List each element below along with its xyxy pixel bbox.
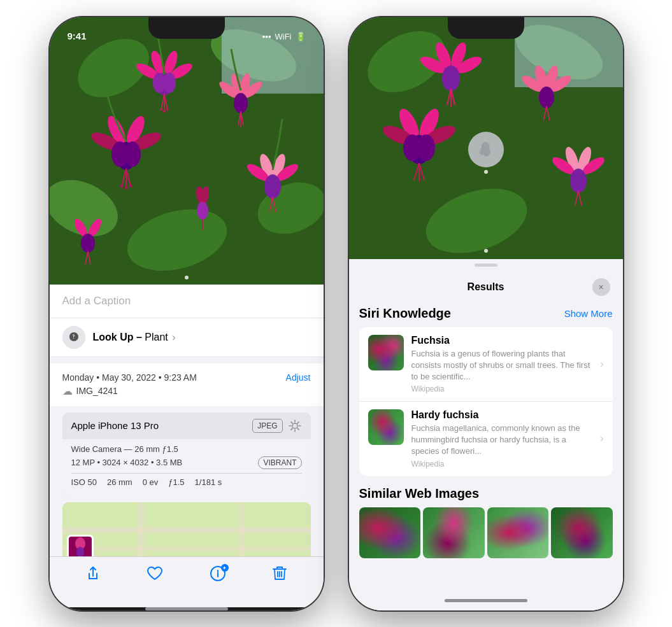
flower-photo (50, 17, 324, 285)
home-indicator (50, 607, 324, 610)
svg-rect-59 (62, 528, 311, 533)
lookup-dot (484, 170, 488, 174)
camera-row: Apple iPhone 13 Pro JPEG (62, 412, 311, 439)
map-background (62, 502, 311, 556)
hardy-source: Wikipedia (411, 460, 593, 468)
wide-camera-text: Wide Camera — 26 mm ƒ1.5 (71, 444, 302, 454)
map-area[interactable] (62, 502, 311, 556)
similar-image-1[interactable] (359, 507, 421, 558)
lookup-row[interactable]: Look Up – Plant › (50, 318, 324, 357)
right-home-indicator (349, 591, 623, 610)
status-icons: ▪▪▪ WiFi 🔋 (262, 32, 306, 41)
similar-header: Similar Web Images (359, 486, 613, 501)
specs-text: 12 MP • 3024 × 4032 • 3.5 MB (71, 458, 183, 467)
hardy-thumbnail (368, 409, 404, 445)
fuchsia-desc: Fuchsia is a genus of flowering plants t… (411, 348, 593, 383)
knowledge-item-hardy[interactable]: Hardy fuchsia Fuchsia magellanica, commo… (359, 402, 613, 476)
close-button[interactable]: × (592, 278, 610, 296)
caption-area[interactable]: Add a Caption (50, 285, 324, 318)
svg-point-50 (197, 202, 208, 220)
drag-handle (475, 264, 497, 267)
knowledge-card: Fuchsia Fuchsia is a genus of flowering … (359, 327, 613, 476)
svg-point-54 (81, 234, 95, 253)
fuchsia-name: Fuchsia (411, 335, 593, 346)
format-badge: JPEG (252, 419, 282, 433)
photo-page-indicator (185, 276, 189, 279)
filename-text: IMG_4241 (76, 386, 118, 396)
battery-icon: 🔋 (296, 32, 306, 41)
bottom-toolbar: ✦ (50, 556, 324, 607)
siri-knowledge-title: Siri Knowledge (359, 306, 451, 321)
aperture-value: ƒ1.5 (168, 477, 184, 487)
share-button[interactable] (85, 566, 101, 585)
fuchsia-thumbnail (368, 335, 404, 370)
cloud-icon: ☁ (62, 385, 73, 397)
camera-model: Apple iPhone 13 Pro (71, 420, 159, 431)
similar-image-3[interactable] (487, 507, 549, 558)
fuchsia-text: Fuchsia Fuchsia is a genus of flowering … (411, 335, 593, 394)
show-more-button[interactable]: Show More (564, 308, 613, 319)
info-panel: Add a Caption Look Up – Plant › Monday •… (50, 285, 324, 556)
ev-value: 0 ev (143, 477, 159, 487)
svg-point-102 (570, 169, 587, 193)
iso-value: ISO 50 (71, 477, 97, 487)
left-screen: 9:41 ▪▪▪ WiFi 🔋 (50, 17, 324, 610)
shutter-value: 1/181 s (195, 477, 222, 487)
svg-point-34 (111, 141, 128, 167)
right-phone: Results × Siri Knowledge Show More (349, 17, 623, 610)
date-section: Monday • May 30, 2022 • 9:23 AM Adjust ☁… (50, 363, 324, 406)
siri-knowledge-header: Siri Knowledge Show More (359, 306, 613, 321)
notch (148, 17, 225, 39)
svg-point-39 (124, 186, 127, 189)
photo-page-dot (484, 249, 488, 253)
fuchsia-source: Wikipedia (411, 384, 593, 393)
lookup-icon (62, 326, 85, 349)
right-screen: Results × Siri Knowledge Show More (349, 17, 623, 610)
svg-point-17 (160, 108, 162, 111)
caption-placeholder[interactable]: Add a Caption (62, 295, 131, 307)
heart-button[interactable] (147, 566, 163, 585)
right-notch (448, 17, 524, 39)
exif-row: ISO 50 26 mm 0 ev ƒ1.5 1/181 s (71, 473, 302, 491)
svg-point-45 (264, 174, 281, 199)
svg-point-57 (292, 423, 297, 428)
camera-section: Apple iPhone 13 Pro JPEG Wide Camera — 2… (62, 412, 311, 496)
info-button[interactable]: ✦ (210, 565, 226, 586)
hardy-text: Hardy fuchsia Fuchsia magellanica, commo… (411, 409, 593, 468)
svg-point-24 (234, 93, 248, 113)
settings-icon (288, 419, 302, 433)
signal-icon: ▪▪▪ (262, 32, 271, 41)
similar-image-4[interactable] (551, 507, 613, 558)
similar-image-2[interactable] (423, 507, 485, 558)
results-content: Siri Knowledge Show More Fuchsia Fuchsia… (349, 301, 623, 591)
adjust-button[interactable]: Adjust (286, 372, 311, 383)
info-badge-dot: ✦ (221, 564, 229, 572)
drag-handle-area (349, 259, 623, 272)
fuchsia-chevron: › (600, 358, 603, 370)
svg-point-77 (442, 66, 460, 91)
svg-point-94 (403, 134, 421, 161)
hardy-name: Hardy fuchsia (411, 409, 593, 421)
focal-value: 26 mm (107, 477, 132, 487)
camera-details: Wide Camera — 26 mm ƒ1.5 12 MP • 3024 × … (62, 439, 311, 496)
svg-rect-60 (62, 547, 311, 551)
similar-images-row (359, 507, 613, 558)
right-home-bar (445, 599, 527, 602)
flower-photo-area[interactable] (50, 17, 324, 285)
trash-button[interactable] (272, 565, 287, 586)
svg-point-40 (129, 184, 132, 187)
hardy-thumb-image (368, 409, 404, 445)
wifi-icon: WiFi (275, 32, 292, 41)
camera-badges: JPEG (252, 419, 301, 433)
knowledge-item-fuchsia[interactable]: Fuchsia Fuchsia is a genus of flowering … (359, 327, 613, 402)
visual-lookup-circle[interactable] (468, 132, 504, 167)
svg-point-13 (153, 73, 166, 93)
hardy-chevron: › (600, 433, 603, 444)
hardy-desc: Fuchsia magellanica, commonly known as t… (411, 423, 593, 458)
svg-rect-62 (241, 502, 245, 556)
home-bar (145, 607, 228, 610)
svg-rect-61 (139, 502, 144, 556)
svg-point-38 (120, 184, 123, 187)
vibrant-badge: VIBRANT (258, 456, 301, 469)
specs-row: 12 MP • 3024 × 4032 • 3.5 MB VIBRANT (71, 456, 302, 469)
